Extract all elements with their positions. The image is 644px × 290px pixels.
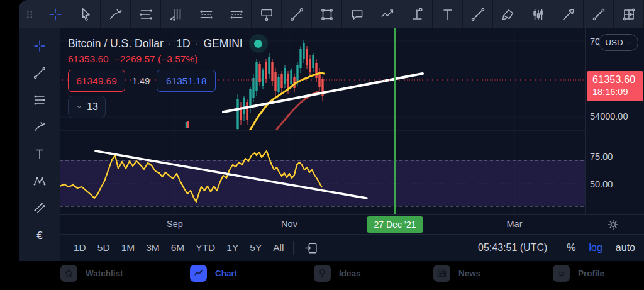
go-to-date-icon <box>303 240 319 256</box>
tool-text[interactable] <box>433 0 463 28</box>
crosshair-icon <box>47 6 64 23</box>
last-price-text: 61353.60 <box>68 53 109 65</box>
percent-scale-button[interactable]: % <box>567 242 575 254</box>
sidebar-tool-xabcd-pattern[interactable] <box>26 170 53 192</box>
trend-angle-icon <box>470 6 486 23</box>
nav-item-news[interactable]: News <box>433 265 480 282</box>
tool-bars-pattern[interactable] <box>523 0 553 28</box>
last-price-axis-label: 61353.60 18:16:09 <box>587 71 643 101</box>
oscillator-level-50: 50.00 <box>590 179 613 189</box>
tool-horizontal-lines[interactable] <box>131 0 161 28</box>
time-scale[interactable]: Sep Nov Mar 27 Dec ’21 <box>60 214 644 235</box>
sell-bid-button[interactable]: 61349.69 <box>68 70 125 92</box>
tool-wave[interactable] <box>372 0 402 28</box>
nav-label: Watchlist <box>86 269 123 278</box>
price-note-icon <box>258 6 275 23</box>
tool-price-note[interactable] <box>252 0 282 28</box>
bars-pattern-icon <box>530 6 547 23</box>
last-price-time: 18:16:09 <box>592 87 643 97</box>
tool-trend-line[interactable] <box>282 0 312 28</box>
tool-cursor[interactable] <box>70 0 101 28</box>
last-price-value: 61353.60 <box>592 74 643 86</box>
auto-scale-button[interactable]: auto <box>616 242 635 254</box>
sidebar-tool-parallel-channel[interactable] <box>26 198 53 219</box>
range-1y[interactable]: 1Y <box>226 242 238 254</box>
range-1d[interactable]: 1D <box>74 242 86 254</box>
nav-item-watchlist[interactable]: Watchlist <box>60 265 123 282</box>
range-3m[interactable]: 3M <box>146 242 160 254</box>
tool-date-range[interactable] <box>402 0 433 28</box>
tool-brush[interactable] <box>101 0 131 28</box>
rectangle-icon <box>319 6 335 23</box>
tool-segment[interactable] <box>584 0 614 28</box>
star-icon <box>63 267 75 279</box>
log-scale-button[interactable]: log <box>589 242 602 254</box>
chart-area[interactable]: Bitcoin / U.S. Dollar · 1D · GEMINI 6135… <box>60 28 585 214</box>
nav-item-chart[interactable]: Chart <box>190 265 237 282</box>
range-6m[interactable]: 6M <box>171 242 185 254</box>
interval-label[interactable]: 1D <box>176 37 190 50</box>
market-open-dot-icon <box>254 40 262 48</box>
go-to-date-button[interactable] <box>303 240 319 256</box>
tool-comment[interactable] <box>342 0 372 28</box>
sidebar-tool-brush[interactable] <box>26 116 53 138</box>
sidebar-tool-trend-line[interactable] <box>26 62 53 84</box>
tool-parallel-dots[interactable] <box>191 0 221 28</box>
chevron-down-icon <box>75 103 83 111</box>
anchored-grid-icon <box>621 6 637 23</box>
xabcd-pattern-icon <box>32 174 47 189</box>
tool-rectangle[interactable] <box>312 0 342 28</box>
parallel-dots-2-icon <box>228 6 245 23</box>
sidebar-tool-text[interactable] <box>26 143 53 165</box>
settings-gear-icon[interactable] <box>606 217 621 232</box>
range-ytd[interactable]: YTD <box>196 242 215 254</box>
range-5d[interactable]: 5D <box>97 242 110 254</box>
text-icon <box>440 6 456 23</box>
symbol-title[interactable]: Bitcoin / U.S. Dollar <box>68 37 164 50</box>
price-scale[interactable]: 70000.00 USD 61353.60 18:16:09 54000.00 … <box>585 28 644 214</box>
drawing-toolbar: 1 <box>19 0 644 28</box>
tool-marker[interactable] <box>493 0 523 28</box>
exchange-label: GEMINI <box>203 37 242 50</box>
profile-icon-box <box>553 265 570 282</box>
range-buttons: 1D5D1M3M6MYTD1Y5YAll <box>74 242 284 254</box>
nav-item-ideas[interactable]: Ideas <box>314 265 361 282</box>
nav-item-profile[interactable]: Profile <box>553 265 604 282</box>
range-all[interactable]: All <box>273 242 284 254</box>
parallel-channel-icon <box>32 201 47 216</box>
tool-trend-angle[interactable] <box>463 0 493 28</box>
trend-line-icon <box>32 65 47 81</box>
date-range-icon <box>409 6 426 23</box>
news-icon-box <box>433 265 450 282</box>
comment-icon <box>349 6 365 23</box>
tool-anchored-grid[interactable] <box>614 0 644 28</box>
tool-arrow[interactable] <box>553 0 584 28</box>
euro-icon: € <box>32 228 47 243</box>
range-5y[interactable]: 5Y <box>250 242 262 254</box>
quote-row: 61349.69 1.49 61351.18 <box>68 70 216 92</box>
profile-icon <box>555 267 567 279</box>
nav-label: Profile <box>578 269 604 278</box>
buy-ask-button[interactable]: 61351.18 <box>157 70 216 92</box>
sidebar-tool-euro[interactable]: € <box>26 225 53 246</box>
wave-icon <box>379 6 396 23</box>
time-label-nov: Nov <box>281 219 297 229</box>
lightbulb-icon <box>316 267 328 279</box>
tool-drag-handle[interactable] <box>19 0 40 28</box>
range-1m[interactable]: 1M <box>121 242 135 254</box>
time-label-sep: Sep <box>167 219 183 229</box>
sidebar-tool-fib-retracement[interactable] <box>26 89 53 111</box>
divider <box>557 241 557 255</box>
chart-wave-icon-box <box>190 265 207 282</box>
nav-label: Chart <box>215 269 237 278</box>
brush-icon <box>32 120 47 135</box>
tool-crosshair[interactable] <box>40 0 70 28</box>
session-clock[interactable]: 05:43:51 (UTC) <box>478 242 547 254</box>
objects-tree-button[interactable]: 13 <box>68 96 106 118</box>
tool-parallel-dots-2[interactable] <box>221 0 252 28</box>
tool-vertical-lines[interactable] <box>161 0 191 28</box>
sidebar-tool-crosshair[interactable] <box>26 35 53 57</box>
currency-toggle-button[interactable]: USD <box>599 34 638 51</box>
vertical-lines-icon <box>168 6 184 23</box>
price-level-54000: 54000.00 <box>590 111 628 121</box>
